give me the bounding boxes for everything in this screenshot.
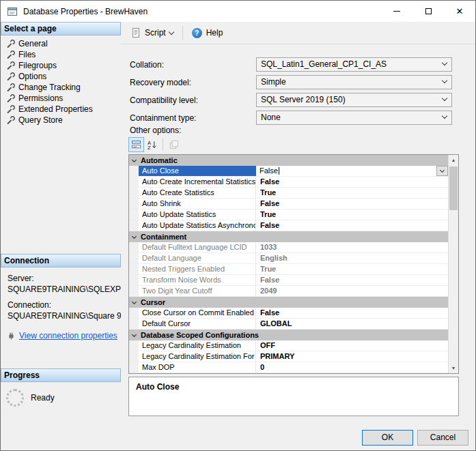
script-icon: [130, 27, 141, 38]
scroll-down-button[interactable]: ▼: [449, 363, 458, 373]
compatibility-level-select[interactable]: SQL Server 2019 (150): [256, 93, 452, 107]
collation-label: Collation:: [130, 60, 164, 70]
value-editor-text[interactable]: False: [260, 166, 278, 176]
category-row-cursor[interactable]: Cursor: [129, 297, 448, 308]
property-name: Nested Triggers Enabled: [139, 264, 256, 274]
property-value[interactable]: GLOBAL: [256, 319, 448, 329]
category-row-automatic[interactable]: Automatic: [129, 155, 448, 166]
sidebar-item-extended-properties[interactable]: Extended Properties: [1, 104, 121, 115]
property-grid-rows: AutomaticAuto CloseFalseAuto Create Incr…: [129, 155, 448, 373]
property-value[interactable]: False: [256, 199, 448, 209]
property-row-nested-triggers-enabled[interactable]: Nested Triggers EnabledTrue: [129, 264, 448, 275]
collapse-chevron-icon[interactable]: [132, 233, 137, 238]
close-button[interactable]: ✕: [444, 1, 475, 22]
scrollbar-thumb[interactable]: [449, 166, 458, 210]
property-name: Transform Noise Words: [139, 275, 256, 285]
maximize-button[interactable]: [412, 1, 444, 22]
collapse-chevron-icon[interactable]: [132, 299, 137, 304]
property-value[interactable]: False: [256, 308, 448, 318]
property-row-auto-shrink[interactable]: Auto ShrinkFalse: [129, 199, 448, 209]
window-controls: ✕: [381, 1, 475, 22]
property-name: Auto Shrink: [139, 199, 256, 209]
property-row-default-cursor[interactable]: Default CursorGLOBAL: [129, 319, 448, 330]
progress-status: Ready: [31, 393, 55, 403]
property-row-auto-update-statistics[interactable]: Auto Update StatisticsTrue: [129, 209, 448, 220]
property-value[interactable]: 2049: [256, 286, 448, 296]
minimize-button[interactable]: [381, 1, 412, 22]
titlebar[interactable]: Database Properties - BrewHaven ✕: [1, 1, 475, 22]
row-gutter: [129, 340, 139, 351]
script-button[interactable]: Script: [126, 25, 178, 40]
property-row-legacy-cardinality-estimation-for-secondary[interactable]: Legacy Cardinality Estimation For Second…: [129, 351, 448, 362]
property-value[interactable]: PRIMARY: [256, 351, 448, 362]
row-gutter: [129, 220, 139, 231]
property-pages-icon: [169, 140, 179, 150]
property-row-auto-create-incremental-statistics[interactable]: Auto Create Incremental StatisticsFalse: [129, 177, 448, 188]
vertical-scrollbar[interactable]: ▲ ▼: [448, 155, 458, 373]
row-gutter: [129, 362, 139, 373]
script-label: Script: [145, 28, 166, 38]
sidebar-item-query-store[interactable]: Query Store: [1, 115, 121, 126]
property-value[interactable]: OFF: [256, 340, 448, 351]
property-value[interactable]: True: [256, 188, 448, 198]
collation-select[interactable]: SQL_Latin1_General_CP1_CI_AS: [256, 57, 452, 72]
property-value[interactable]: False: [256, 166, 448, 176]
help-icon: ?: [192, 28, 202, 38]
maximize-icon: [425, 8, 432, 14]
property-name: Max DOP: [139, 362, 256, 373]
property-name: Default Language: [139, 253, 256, 263]
chevron-down-icon: [442, 96, 447, 101]
property-value[interactable]: False: [256, 220, 448, 231]
containment-type-label: Containment type:: [130, 113, 196, 123]
page-list: GeneralFilesFilegroupsOptionsChange Trac…: [1, 35, 121, 126]
scroll-up-button[interactable]: ▲: [449, 155, 458, 165]
collapse-chevron-icon[interactable]: [132, 332, 137, 336]
property-value[interactable]: 0: [256, 362, 448, 373]
category-row-database-scoped-configurations[interactable]: Database Scoped Configurations: [129, 330, 448, 340]
row-gutter: [129, 209, 139, 220]
sidebar-item-change-tracking[interactable]: Change Tracking: [1, 82, 121, 93]
recovery-model-select[interactable]: Simple: [256, 75, 452, 89]
view-connection-properties-link[interactable]: View connection properties: [19, 331, 117, 340]
sidebar-item-options[interactable]: Options: [1, 71, 121, 82]
property-row-auto-close[interactable]: Auto CloseFalse: [129, 166, 448, 177]
ok-button[interactable]: OK: [362, 430, 413, 446]
sidebar-item-filegroups[interactable]: Filegroups: [1, 60, 121, 71]
row-gutter: [129, 199, 139, 209]
sidebar-item-files[interactable]: Files: [1, 49, 121, 60]
row-gutter: [129, 242, 139, 252]
property-row-default-language[interactable]: Default LanguageEnglish: [129, 253, 448, 264]
property-row-transform-noise-words[interactable]: Transform Noise WordsFalse: [129, 275, 448, 286]
cancel-button[interactable]: Cancel: [417, 430, 468, 446]
property-row-legacy-cardinality-estimation[interactable]: Legacy Cardinality EstimationOFF: [129, 340, 448, 351]
page-wrench-icon: [6, 61, 15, 70]
property-row-auto-create-statistics[interactable]: Auto Create StatisticsTrue: [129, 188, 448, 199]
value-dropdown-button[interactable]: [436, 166, 448, 176]
property-value[interactable]: False: [256, 275, 448, 285]
sidebar-item-general[interactable]: General: [1, 38, 121, 49]
alphabetical-button[interactable]: A Z: [144, 137, 160, 152]
property-value[interactable]: True: [256, 209, 448, 220]
sidebar-item-permissions[interactable]: Permissions: [1, 93, 121, 104]
sidebar-item-label: Filegroups: [18, 61, 57, 70]
property-row-default-fulltext-language-lcid[interactable]: Default Fulltext Language LCID1033: [129, 242, 448, 253]
svg-text:Z: Z: [148, 145, 151, 150]
property-value[interactable]: 1033: [256, 242, 448, 252]
property-name: Auto Update Statistics: [139, 209, 256, 220]
collapse-chevron-icon[interactable]: [132, 157, 137, 162]
main-panel: Script ? Help Collation: SQL_Latin1_Gene…: [121, 22, 475, 450]
property-row-two-digit-year-cutoff[interactable]: Two Digit Year Cutoff2049: [129, 286, 448, 297]
property-row-auto-update-statistics-asynchronously[interactable]: Auto Update Statistics AsynchronouslyFal…: [129, 220, 448, 231]
property-description-panel: Auto Close: [128, 377, 459, 416]
categorized-button[interactable]: [128, 137, 144, 152]
help-button[interactable]: ? Help: [188, 26, 227, 40]
property-value[interactable]: False: [256, 177, 448, 187]
category-row-containment[interactable]: Containment: [129, 231, 448, 242]
property-row-max-dop[interactable]: Max DOP0: [129, 362, 448, 373]
chevron-down-icon: [442, 78, 447, 83]
property-value[interactable]: English: [256, 253, 448, 263]
property-value[interactable]: True: [256, 264, 448, 274]
property-row-close-cursor-on-commit-enabled[interactable]: Close Cursor on Commit EnabledFalse: [129, 308, 448, 319]
help-label: Help: [206, 28, 223, 38]
containment-type-select[interactable]: None: [256, 111, 452, 125]
